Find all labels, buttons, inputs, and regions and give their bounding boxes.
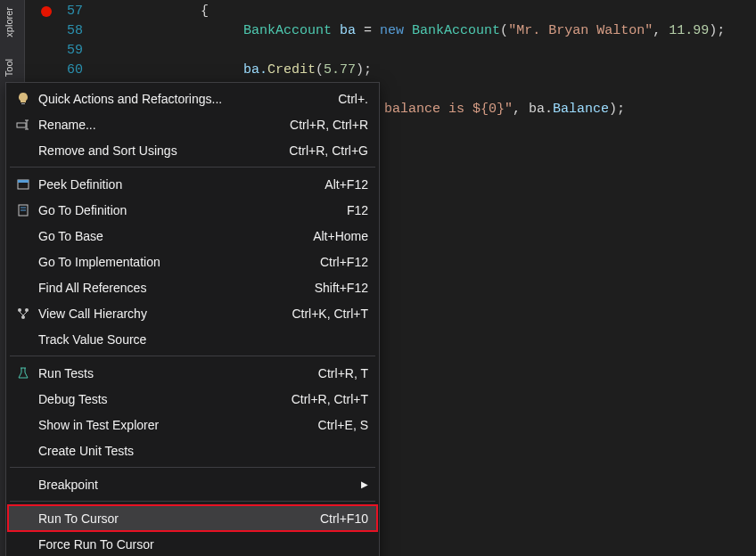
goto-def-icon — [13, 203, 33, 217]
breakpoint-icon[interactable] — [41, 6, 52, 17]
menu-separator — [10, 356, 375, 356]
code-area[interactable]: { BankAccount ba = new BankAccount("Mr. … — [101, 0, 725, 80]
menu-force-run-to-cursor[interactable]: Force Run To Cursor — [8, 531, 377, 556]
menu-track-value-source[interactable]: Track Value Source — [8, 326, 377, 352]
toolbox-tab[interactable]: Tool — [0, 52, 18, 84]
svg-rect-3 — [18, 180, 29, 183]
flask-icon — [13, 366, 33, 380]
hierarchy-icon — [13, 307, 33, 321]
menu-debug-tests[interactable]: Debug Tests Ctrl+R, Ctrl+T — [8, 386, 377, 412]
menu-view-call-hierarchy[interactable]: View Call Hierarchy Ctrl+K, Ctrl+T — [8, 300, 377, 326]
menu-find-all-references[interactable]: Find All References Shift+F12 — [8, 274, 377, 300]
submenu-arrow-icon: ▶ — [361, 479, 368, 489]
peek-icon — [13, 177, 33, 192]
svg-point-6 — [25, 308, 29, 312]
menu-goto-definition[interactable]: Go To Definition F12 — [8, 197, 377, 223]
svg-point-5 — [18, 308, 21, 312]
gutter: 57 58 59 60 — [25, 0, 101, 80]
explorer-tab[interactable]: xplorer — [0, 0, 18, 45]
lightbulb-icon — [13, 92, 33, 106]
svg-point-7 — [21, 315, 25, 319]
line-number: 58 — [25, 21, 101, 41]
menu-peek-definition[interactable]: Peek Definition Alt+F12 — [8, 171, 377, 197]
menu-create-unit-tests[interactable]: Create Unit Tests — [8, 437, 377, 463]
menu-quick-actions[interactable]: Quick Actions and Refactorings... Ctrl+. — [8, 86, 377, 111]
menu-show-in-test-explorer[interactable]: Show in Test Explorer Ctrl+E, S — [8, 412, 377, 437]
menu-separator — [10, 167, 375, 168]
menu-goto-base[interactable]: Go To Base Alt+Home — [8, 223, 377, 249]
code-editor[interactable]: 57 58 59 60 { BankAccount ba = new BankA… — [25, 0, 756, 80]
line-number: 57 — [25, 2, 101, 21]
line-number: 59 — [25, 41, 101, 61]
menu-breakpoint[interactable]: Breakpoint ▶ — [8, 471, 377, 497]
menu-goto-implementation[interactable]: Go To Implementation Ctrl+F12 — [8, 249, 377, 274]
rename-icon — [13, 118, 33, 132]
menu-run-to-cursor[interactable]: Run To Cursor Ctrl+F10 — [8, 505, 377, 531]
context-menu: Quick Actions and Refactorings... Ctrl+.… — [5, 82, 380, 556]
menu-run-tests[interactable]: Run Tests Ctrl+R, T — [8, 360, 377, 386]
menu-rename[interactable]: Rename... Ctrl+R, Ctrl+R — [8, 111, 377, 137]
svg-rect-0 — [21, 103, 25, 104]
svg-rect-1 — [17, 123, 26, 127]
line-number: 60 — [25, 61, 101, 80]
menu-remove-sort-usings[interactable]: Remove and Sort Usings Ctrl+R, Ctrl+G — [8, 137, 377, 163]
menu-separator — [10, 467, 375, 468]
menu-separator — [10, 501, 375, 502]
